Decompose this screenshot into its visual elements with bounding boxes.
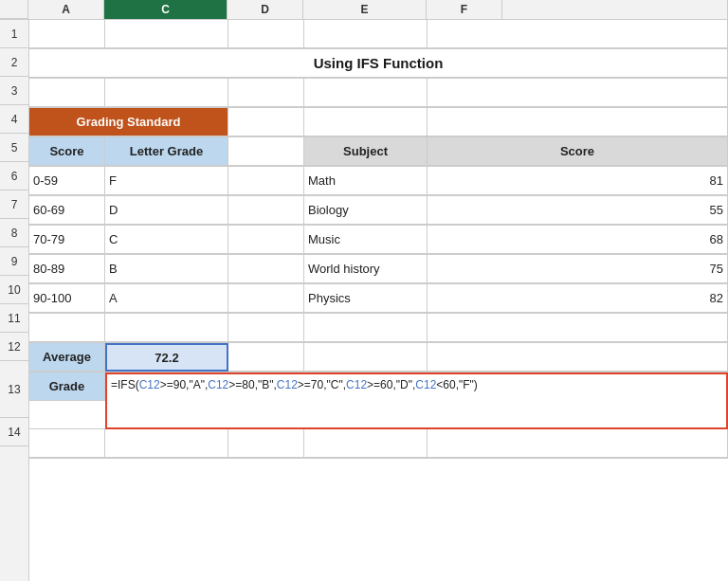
- score-range-1[interactable]: 0-59: [29, 167, 105, 195]
- grade-2[interactable]: D: [105, 196, 228, 225]
- col-header-D[interactable]: D: [228, 0, 303, 19]
- subject-5[interactable]: Physics: [304, 284, 428, 313]
- letter-grade-header[interactable]: Letter Grade: [105, 137, 228, 166]
- cell-D4[interactable]: [228, 108, 304, 136]
- row-num-6[interactable]: 6: [0, 162, 28, 191]
- grade-4[interactable]: B: [105, 255, 228, 283]
- cell-D10[interactable]: [228, 284, 304, 313]
- cell-E4[interactable]: [304, 108, 428, 136]
- row-num-9[interactable]: 9: [0, 247, 28, 276]
- row-num-4[interactable]: 4: [0, 105, 28, 134]
- cell-C11[interactable]: [105, 314, 228, 342]
- average-value[interactable]: 72.2: [105, 343, 228, 372]
- spreadsheet: A C D E F 1 2 3 4 5 6 7 8 9 10 11 12 13 …: [0, 0, 728, 581]
- cell-D14[interactable]: [228, 429, 304, 458]
- grade-5[interactable]: A: [105, 284, 228, 313]
- subject-2[interactable]: Biology: [304, 196, 428, 225]
- cell-D9[interactable]: [228, 255, 304, 283]
- right-score-header[interactable]: Score: [428, 137, 728, 166]
- row-num-2[interactable]: 2: [0, 48, 28, 77]
- cell-C14[interactable]: [105, 429, 228, 458]
- row-num-13[interactable]: 13: [0, 361, 28, 418]
- subject-4[interactable]: World history: [304, 255, 428, 283]
- col-header-F[interactable]: F: [427, 0, 502, 19]
- cell-E1[interactable]: [304, 20, 428, 48]
- subject-3[interactable]: Music: [304, 226, 428, 254]
- cell-D11[interactable]: [228, 314, 304, 342]
- cell-B1[interactable]: [29, 20, 105, 48]
- cell-B11[interactable]: [29, 314, 105, 342]
- row-num-14[interactable]: 14: [0, 418, 28, 446]
- cell-D1[interactable]: [228, 20, 304, 48]
- subject-score-2[interactable]: 55: [428, 196, 728, 225]
- grade-3[interactable]: C: [105, 226, 228, 254]
- cell-E14[interactable]: [304, 429, 428, 458]
- cell-D6[interactable]: [228, 167, 304, 195]
- cell-C1[interactable]: [105, 20, 228, 48]
- row-num-7[interactable]: 7: [0, 191, 28, 219]
- col-header-A[interactable]: A: [28, 0, 104, 19]
- cell-B3[interactable]: [29, 79, 105, 107]
- cell-E3[interactable]: [304, 79, 428, 107]
- score-range-3[interactable]: 70-79: [29, 226, 105, 254]
- cell-C3[interactable]: [105, 79, 228, 107]
- row-num-11[interactable]: 11: [0, 304, 28, 333]
- cell-E12[interactable]: [304, 343, 428, 372]
- cell-E11[interactable]: [304, 314, 428, 342]
- cell-F4[interactable]: [428, 108, 728, 136]
- subject-1[interactable]: Math: [304, 167, 428, 195]
- row-num-8[interactable]: 8: [0, 219, 28, 247]
- subject-score-3[interactable]: 68: [428, 226, 728, 254]
- grade-label[interactable]: Grade: [29, 372, 105, 401]
- subject-score-4[interactable]: 75: [428, 255, 728, 283]
- row-num-5[interactable]: 5: [0, 134, 28, 162]
- cell-D12[interactable]: [228, 343, 304, 372]
- formula-cell[interactable]: =IFS(C12>=90,"A",C12>=80,"B",C12>=70,"C"…: [105, 372, 728, 429]
- cell-F3[interactable]: [428, 79, 728, 107]
- subject-header[interactable]: Subject: [304, 137, 428, 166]
- row-num-12[interactable]: 12: [0, 333, 28, 361]
- title-text: Using IFS Function: [314, 55, 444, 71]
- row-num-1[interactable]: 1: [0, 20, 28, 48]
- cell-D5[interactable]: [228, 137, 304, 166]
- col-header-C[interactable]: C: [104, 0, 228, 19]
- cell-F1[interactable]: [428, 20, 728, 48]
- col-header-E[interactable]: E: [303, 0, 427, 19]
- subject-score-1[interactable]: 81: [428, 167, 728, 195]
- cell-F14[interactable]: [428, 429, 728, 458]
- row-num-10[interactable]: 10: [0, 276, 28, 304]
- score-header[interactable]: Score: [29, 137, 105, 166]
- cell-F12[interactable]: [428, 343, 728, 372]
- row-num-3[interactable]: 3: [0, 77, 28, 105]
- row-numbers: 1 2 3 4 5 6 7 8 9 10 11 12 13 14: [0, 20, 29, 581]
- grade-1[interactable]: F: [105, 167, 228, 195]
- score-range-4[interactable]: 80-89: [29, 255, 105, 283]
- score-range-2[interactable]: 60-69: [29, 196, 105, 225]
- grading-standard-header[interactable]: Grading Standard: [29, 108, 228, 136]
- title-cell[interactable]: Using IFS Function: [29, 49, 728, 78]
- score-range-5[interactable]: 90-100: [29, 284, 105, 313]
- cell-D8[interactable]: [228, 226, 304, 254]
- average-label[interactable]: Average: [29, 343, 105, 372]
- col-header-G[interactable]: [502, 0, 728, 19]
- subject-score-5[interactable]: 82: [428, 284, 728, 313]
- cell-D3[interactable]: [228, 79, 304, 107]
- cell-D7[interactable]: [228, 196, 304, 225]
- cell-B14[interactable]: [29, 429, 105, 458]
- cell-F11[interactable]: [428, 314, 728, 342]
